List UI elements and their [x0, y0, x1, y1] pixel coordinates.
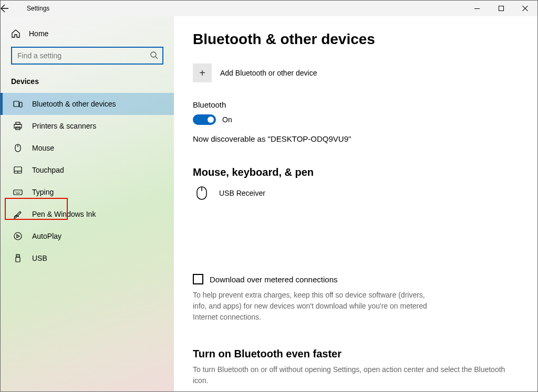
maximize-icon — [499, 6, 504, 11]
sidebar-item-label: Touchpad — [32, 166, 64, 174]
close-button[interactable] — [513, 1, 537, 16]
svg-rect-5 — [16, 122, 20, 124]
plus-icon: + — [193, 63, 212, 82]
titlebar: Settings — [1, 1, 537, 16]
faster-help: To turn Bluetooth on or off without open… — [193, 364, 519, 386]
checkbox-unchecked[interactable] — [193, 274, 203, 284]
sidebar-item-label: Typing — [32, 188, 54, 196]
keyboard-icon — [13, 187, 23, 197]
svg-point-18 — [14, 232, 22, 240]
metered-help: To help prevent extra charges, keep this… — [193, 290, 429, 323]
main-content: Bluetooth & other devices + Add Bluetoot… — [174, 16, 537, 391]
svg-line-1 — [156, 57, 158, 59]
discoverable-text: Now discoverable as "DESKTOP-ODQ9VU9" — [193, 134, 519, 143]
device-item[interactable]: USB Receiver — [193, 186, 519, 200]
settings-window: Settings Home Devices — [0, 0, 538, 392]
svg-rect-12 — [14, 190, 22, 195]
back-button[interactable] — [1, 4, 22, 13]
sidebar-item-autoplay[interactable]: AutoPlay — [1, 225, 174, 247]
back-arrow-icon — [1, 4, 9, 13]
minimize-button[interactable] — [465, 1, 489, 16]
maximize-button[interactable] — [489, 1, 513, 16]
touchpad-icon — [13, 165, 23, 175]
sidebar-item-label: USB — [32, 254, 47, 262]
home-icon — [11, 29, 20, 38]
sidebar-item-typing[interactable]: Typing — [1, 181, 174, 203]
close-icon — [522, 5, 529, 12]
mouse-device-icon — [196, 186, 208, 200]
sidebar-item-touchpad[interactable]: Touchpad — [1, 159, 174, 181]
svg-point-0 — [151, 52, 156, 57]
printer-icon — [13, 121, 23, 131]
metered-checkbox-row[interactable]: Download over metered connections — [193, 274, 519, 284]
sidebar-item-label: Bluetooth & other devices — [32, 100, 116, 108]
pen-icon — [13, 209, 23, 219]
svg-rect-4 — [14, 124, 22, 128]
window-title: Settings — [22, 5, 49, 12]
svg-rect-19 — [16, 255, 19, 257]
svg-rect-3 — [19, 102, 22, 107]
sidebar-item-usb[interactable]: USB — [1, 247, 174, 269]
svg-rect-20 — [16, 257, 20, 262]
search-input[interactable] — [11, 47, 163, 65]
add-device-button[interactable]: + Add Bluetooth or other device — [193, 63, 519, 82]
faster-heading: Turn on Bluetooth even faster — [193, 348, 519, 360]
sidebar-item-mouse[interactable]: Mouse — [1, 137, 174, 159]
mouse-icon — [13, 143, 23, 153]
svg-rect-2 — [14, 101, 19, 107]
metered-label: Download over metered connections — [210, 275, 337, 284]
home-button[interactable]: Home — [1, 24, 174, 44]
autoplay-icon — [13, 231, 23, 241]
search-icon — [150, 51, 158, 59]
toggle-knob — [208, 116, 214, 123]
sidebar-item-printers[interactable]: Printers & scanners — [1, 115, 174, 137]
usb-icon — [13, 253, 23, 263]
add-device-label: Add Bluetooth or other device — [220, 69, 317, 77]
page-title: Bluetooth & other devices — [193, 31, 519, 48]
minimize-icon — [474, 8, 480, 9]
category-label: Devices — [1, 74, 174, 93]
bluetooth-label: Bluetooth — [193, 100, 519, 109]
sidebar-item-label: Pen & Windows Ink — [32, 210, 96, 218]
sidebar-item-pen[interactable]: Pen & Windows Ink — [1, 203, 174, 225]
bluetooth-state: On — [222, 115, 232, 124]
device-name: USB Receiver — [219, 189, 265, 197]
sidebar: Home Devices Bluetooth & other devices — [1, 16, 174, 391]
devices-section-heading: Mouse, keyboard, & pen — [193, 166, 519, 178]
home-label: Home — [29, 29, 48, 38]
bluetooth-devices-icon — [13, 99, 23, 109]
sidebar-item-bluetooth-devices[interactable]: Bluetooth & other devices — [1, 93, 174, 115]
bluetooth-toggle[interactable] — [193, 114, 216, 125]
sidebar-item-label: Mouse — [32, 144, 54, 152]
sidebar-item-label: Printers & scanners — [32, 122, 96, 130]
sidebar-item-label: AutoPlay — [32, 232, 61, 240]
